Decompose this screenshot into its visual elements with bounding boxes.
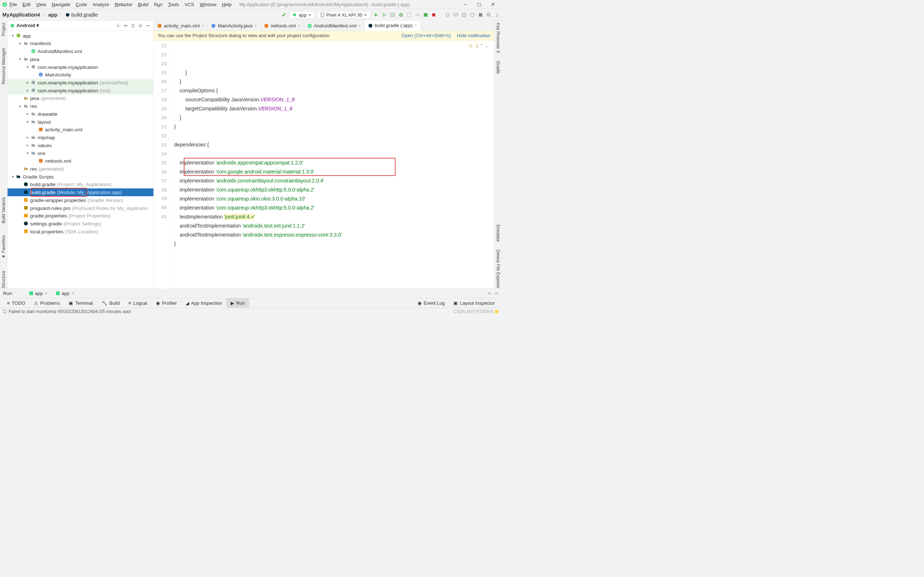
collapse-icon[interactable] (123, 23, 128, 28)
rail-emulator[interactable]: Emulator (496, 225, 501, 242)
tree-row[interactable]: ▾Gradle Scripts (8, 173, 154, 181)
bottab-app-inspection[interactable]: ◢ App Inspection (181, 298, 226, 308)
gear-icon[interactable] (138, 23, 143, 28)
hide-icon[interactable] (145, 23, 150, 28)
menu-build[interactable]: Build (138, 2, 149, 7)
rail-structure[interactable]: Structure (1, 271, 6, 288)
menu-file[interactable]: File (10, 2, 17, 7)
tree-row[interactable]: build.gradle (Project: My_Application) (8, 181, 154, 189)
coverage-icon[interactable] (407, 12, 412, 17)
search-icon[interactable] (486, 12, 491, 17)
profile-icon[interactable] (415, 12, 420, 17)
bottab-problems[interactable]: ⚠ Problems (30, 298, 64, 308)
tree-row[interactable]: ▸mipmap (8, 134, 154, 141)
tree-row[interactable]: nettools.xml (8, 157, 154, 165)
tree-row[interactable]: res (generated) (8, 165, 154, 173)
tree-row[interactable]: ▾manifests (8, 40, 154, 48)
menu-vcs[interactable]: VCS (184, 2, 194, 7)
tree-row[interactable]: ▸drawable (8, 110, 154, 118)
editor-tab[interactable]: build.gradle (:app)× (365, 21, 420, 31)
bottab-event-log[interactable]: ◉ Event Log (413, 298, 449, 308)
tree-row[interactable]: activity_main.xml (8, 126, 154, 134)
open-project-structure-link[interactable]: Open (Ctrl+Alt+Shift+S) (401, 33, 451, 38)
rail-key-promoter[interactable]: Key Promoter X (496, 23, 501, 53)
close-icon[interactable]: × (202, 23, 204, 28)
avd-icon[interactable] (454, 12, 459, 17)
stop-icon[interactable] (432, 13, 436, 17)
add-icon[interactable] (115, 23, 121, 28)
bottab-terminal[interactable]: ▣ Terminal (64, 298, 97, 308)
tree-row[interactable]: ▸com.example.myapplication (androidTest) (8, 79, 154, 87)
menu-edit[interactable]: Edit (23, 2, 30, 7)
tree-row[interactable]: ▾res (8, 102, 154, 110)
tree-row[interactable]: ▾java (8, 55, 154, 63)
code-editor[interactable]: 2223242526272829303132333435363738394041… (154, 40, 494, 288)
tree-row[interactable]: build.gradle (Module: My_Application.app… (8, 188, 154, 196)
tree-row[interactable]: ▾layout (8, 118, 154, 126)
breadcrumb-item[interactable]: build.gradle (71, 12, 98, 18)
breadcrumb-item[interactable]: app (48, 12, 57, 18)
hide-notification-link[interactable]: Hide notification (457, 33, 491, 38)
menu-view[interactable]: View (36, 2, 46, 7)
minimize-button[interactable]: ─ (462, 2, 468, 7)
device-dropdown[interactable]: Pixel 4 XL API 30 ▾ (318, 11, 371, 19)
close-icon[interactable]: × (359, 23, 360, 28)
tree-row[interactable]: CMainActivity (8, 71, 154, 79)
tree-row[interactable]: ▸com.example.myapplication (test) (8, 87, 154, 95)
apply-changes-icon[interactable] (382, 12, 387, 17)
tree-row[interactable]: settings.gradle (Project Settings) (8, 220, 154, 227)
maximize-button[interactable]: ◻ (476, 2, 482, 7)
user-icon[interactable] (495, 12, 499, 17)
rail-device-explorer[interactable]: Device File Explorer (496, 250, 501, 288)
bottab-layout-inspector[interactable]: ▣ Layout Inspector (449, 298, 499, 308)
bottab-todo[interactable]: ≡ TODO (3, 298, 30, 308)
hammer-icon[interactable] (281, 12, 286, 17)
close-icon[interactable]: × (298, 23, 300, 28)
rail-gradle[interactable]: Gradle (496, 61, 501, 74)
run-config-dropdown[interactable]: app ▾ (290, 11, 314, 19)
bottab-build[interactable]: 🔨 Build (97, 298, 124, 308)
tree-row[interactable]: gradle.properties (Project Properties) (8, 212, 154, 220)
attach-debugger-icon[interactable] (423, 12, 428, 17)
bottab-profiler[interactable]: ◉ Profiler (152, 298, 181, 308)
tree-row[interactable]: gradle-wrapper.properties (Gradle Versio… (8, 196, 154, 204)
tree-row[interactable]: ▾xml (8, 149, 154, 157)
run-tab[interactable]: app × (26, 290, 50, 297)
breadcrumb-item[interactable]: MyApplication4 (3, 12, 40, 18)
bottab-run[interactable]: ▶ Run (226, 298, 249, 308)
editor-tab[interactable]: nettools.xml× (261, 21, 304, 31)
menu-code[interactable]: Code (76, 2, 87, 7)
tree-row[interactable]: proguard-rules.pro (ProGuard Rules for M… (8, 204, 154, 212)
menu-help[interactable]: Help (222, 2, 232, 7)
editor-tab[interactable]: MAndroidManifest.xml× (304, 21, 365, 31)
editor-tab[interactable]: JMainActivity.java× (208, 21, 260, 31)
rail-project[interactable]: Project (1, 23, 6, 36)
bottab-logcat[interactable]: ≡ Logcat (124, 298, 152, 308)
close-icon[interactable]: × (254, 23, 257, 28)
editor-tab[interactable]: activity_main.xml× (154, 21, 208, 31)
tree-row[interactable]: java (generated) (8, 95, 154, 102)
menu-refactor[interactable]: Refactor (115, 2, 132, 7)
project-view-dropdown[interactable]: Android ▾ (16, 23, 114, 29)
gear-icon[interactable] (487, 291, 492, 295)
tree-row[interactable]: ▾com.example.myapplication (8, 63, 154, 71)
tree-row[interactable]: local.properties (SDK Location) (8, 227, 154, 235)
close-icon[interactable]: × (415, 23, 417, 28)
sdk-icon[interactable] (462, 12, 466, 17)
tree-row[interactable]: MAndroidManifest.xml (8, 47, 154, 55)
rail-favorites[interactable]: ★ Favorites (1, 235, 6, 259)
resource-icon[interactable] (470, 12, 475, 17)
tree-row[interactable]: ▾app (8, 32, 154, 40)
expand-icon[interactable] (130, 23, 136, 28)
close-button[interactable]: ✕ (490, 2, 496, 7)
run-tab[interactable]: app × (53, 290, 77, 297)
menu-tools[interactable]: Tools (168, 2, 179, 7)
whats-new-icon[interactable] (478, 12, 483, 17)
project-tree[interactable]: ▾app▾manifestsMAndroidManifest.xml▾java▾… (8, 31, 154, 288)
debug-icon[interactable] (399, 12, 403, 17)
rail-resource-manager[interactable]: Resource Manager (1, 48, 6, 85)
tree-row[interactable]: ▸values (8, 141, 154, 149)
menu-navigate[interactable]: Navigate (52, 2, 70, 7)
rail-build-variants[interactable]: Build Variants (1, 197, 6, 224)
menu-analyze[interactable]: Analyze (92, 2, 109, 7)
